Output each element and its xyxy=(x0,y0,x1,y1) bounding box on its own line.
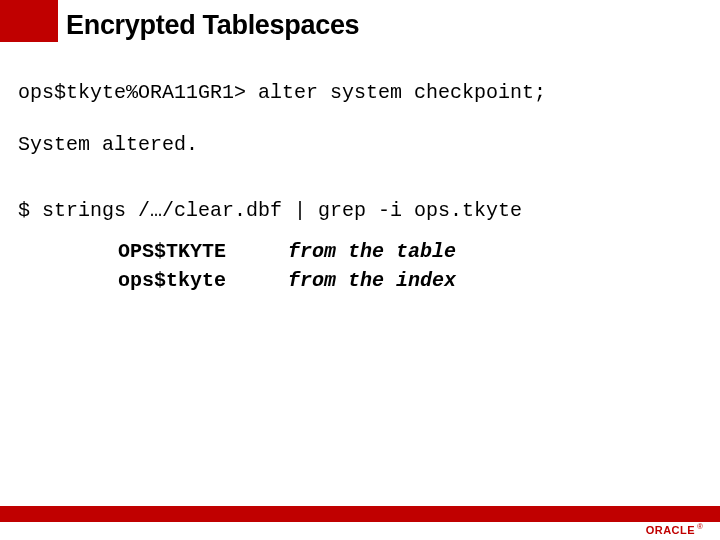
footer-bar xyxy=(0,506,720,522)
output-row: ops$tkyte from the index xyxy=(18,269,702,292)
sql-result-line: System altered. xyxy=(18,130,702,160)
logo-word: ORACLE xyxy=(646,524,695,536)
registered-icon: ® xyxy=(697,522,703,531)
output-right: from the index xyxy=(288,269,456,292)
sql-prompt-line: ops$tkyte%ORA11GR1> alter system checkpo… xyxy=(18,78,702,108)
oracle-logo: ORACLE ® xyxy=(646,524,702,536)
slide-body: ops$tkyte%ORA11GR1> alter system checkpo… xyxy=(18,78,702,292)
output-row: OPS$TKYTE from the table xyxy=(18,240,702,263)
slide: Encrypted Tablespaces ops$tkyte%ORA11GR1… xyxy=(0,0,720,540)
shell-command-line: $ strings /…/clear.dbf | grep -i ops.tky… xyxy=(18,196,702,226)
output-left: OPS$TKYTE xyxy=(118,240,288,263)
slide-title: Encrypted Tablespaces xyxy=(66,10,359,41)
output-right: from the table xyxy=(288,240,456,263)
accent-block xyxy=(0,0,58,42)
output-left: ops$tkyte xyxy=(118,269,288,292)
